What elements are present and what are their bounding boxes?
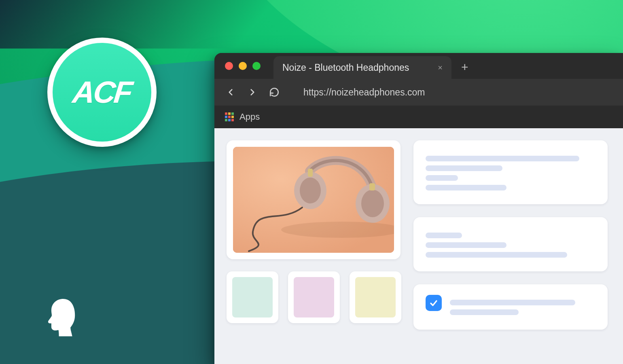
detail-panel <box>413 140 608 204</box>
checkbox-checked-icon[interactable] <box>426 295 442 311</box>
color-swatch-card[interactable] <box>288 271 340 323</box>
head-silhouette-icon <box>38 294 83 339</box>
browser-window: Noize - Bluetooth Headphones × + https:/… <box>214 53 623 364</box>
placeholder-line <box>426 252 567 258</box>
acf-logo-text: ACF <box>71 77 133 108</box>
placeholder-line <box>426 165 502 171</box>
browser-toolbar: https://noizeheadphones.com <box>214 79 623 106</box>
placeholder-line <box>450 300 575 305</box>
detail-panel <box>413 217 608 271</box>
nav-forward-icon[interactable] <box>247 87 258 98</box>
browser-tabbar: Noize - Bluetooth Headphones × + <box>214 53 623 79</box>
window-controls <box>225 62 261 70</box>
acf-logo-badge: ACF <box>47 38 157 147</box>
color-swatch <box>294 277 334 317</box>
nav-back-icon[interactable] <box>225 87 236 98</box>
bookmarks-bar: Apps <box>214 106 623 128</box>
placeholder-line <box>426 242 506 248</box>
placeholder-line <box>426 156 579 161</box>
placeholder-line <box>426 185 506 190</box>
apps-grid-icon[interactable] <box>225 112 234 121</box>
color-swatch-card[interactable] <box>227 271 278 323</box>
tab-title: Noize - Bluetooth Headphones <box>282 62 409 73</box>
color-swatch-card[interactable] <box>350 271 401 323</box>
checkbox-panel <box>413 284 608 330</box>
color-swatch <box>355 277 396 317</box>
svg-rect-4 <box>308 169 313 177</box>
tab-close-icon[interactable]: × <box>438 63 443 72</box>
placeholder-line <box>426 233 462 238</box>
svg-point-3 <box>300 178 321 203</box>
nav-reload-icon[interactable] <box>269 87 280 98</box>
window-zoom-icon[interactable] <box>252 62 261 70</box>
window-close-icon[interactable] <box>225 62 233 70</box>
placeholder-line <box>450 309 519 315</box>
product-image <box>233 147 394 253</box>
product-hero-card <box>227 140 400 259</box>
color-swatch <box>232 277 273 317</box>
svg-rect-7 <box>369 183 375 190</box>
window-minimize-icon[interactable] <box>239 62 247 70</box>
page-viewport <box>214 128 623 364</box>
bookmarks-apps-label[interactable]: Apps <box>239 112 260 122</box>
new-tab-button[interactable]: + <box>461 61 468 73</box>
svg-point-6 <box>361 190 384 217</box>
browser-tab[interactable]: Noize - Bluetooth Headphones × <box>273 56 451 79</box>
address-bar[interactable]: https://noizeheadphones.com <box>303 85 562 100</box>
color-swatch-row <box>227 271 400 323</box>
placeholder-line <box>426 175 458 181</box>
